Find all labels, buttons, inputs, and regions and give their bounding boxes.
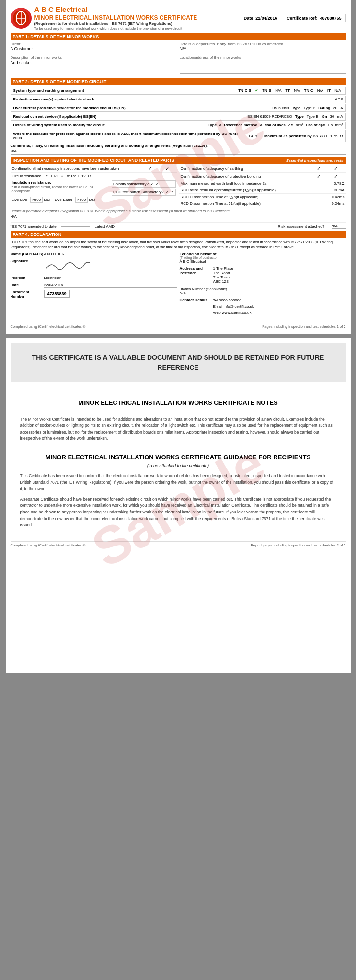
page2-footer: Completed using iCertifi electrical cert… bbox=[11, 541, 346, 547]
overcurrent-bs: BS 60898 bbox=[272, 106, 289, 110]
sign-date-value: 22/04/2016 bbox=[44, 283, 177, 288]
protective-row: Protective measure(s) against electric s… bbox=[11, 96, 346, 103]
max-zs-unit: Ω bbox=[340, 134, 343, 138]
essential-label: Essential inspections and tests bbox=[286, 158, 343, 163]
wiring-cpc-val: 1.5 bbox=[327, 123, 333, 127]
confirm-earthing-v1: ✓ bbox=[310, 166, 327, 171]
location-value bbox=[180, 60, 346, 74]
departures-block: Details of departures, if any, from BS 7… bbox=[180, 42, 346, 53]
oc-type-val: Type B bbox=[303, 106, 315, 110]
contact-details: Tel 0000 000000 Email info@icertifi.co.u… bbox=[213, 298, 346, 316]
position-value: Electrician bbox=[44, 276, 177, 280]
cert-ref-value: 467888755 bbox=[320, 16, 341, 21]
company-logo bbox=[11, 8, 32, 29]
signature-image bbox=[44, 259, 92, 273]
cert-note: To be used only for minor electrical wor… bbox=[34, 26, 197, 31]
max-zs-meas-row: Maximum measured earth fault loop impeda… bbox=[179, 180, 346, 187]
circuit-resist-row: Circuit resistance R1 + R2 Ω or R2 0.12 … bbox=[11, 173, 177, 179]
rcd-disc-51-val: 0.24 bbox=[332, 201, 339, 206]
latest-amd-label: Latest AMD bbox=[95, 224, 115, 229]
risk-label: Risk assessment attached? bbox=[278, 224, 325, 229]
notes-body: The Minor Works Certificate is intended … bbox=[20, 416, 336, 442]
rcd-disc-1-val: 0.42 bbox=[332, 195, 339, 199]
tncs-label: TN-C-S bbox=[238, 89, 251, 93]
rcd-label: Residual current device (if applicable) … bbox=[13, 114, 245, 119]
page1: Sample A B C Electrical MINOR ELECTRICAL… bbox=[6, 0, 351, 334]
rcd-rated-val: 30 bbox=[334, 188, 339, 192]
rcd-rated-unit: mA bbox=[339, 188, 345, 192]
tns-label: TN-S bbox=[262, 89, 271, 93]
rcd-test-v1: ✓ bbox=[166, 190, 169, 194]
branch-label: Branch Number (if applicable) bbox=[180, 287, 227, 291]
footer-left: Completed using iCertifi electrical cert… bbox=[11, 324, 86, 329]
cert-ref-block: Certificate Ref: 467888755 bbox=[287, 16, 341, 21]
r1r2-label: R1 + R2 bbox=[45, 174, 59, 178]
notes-section: MINOR ELECTRICAL INSTALLATION WORKS CERT… bbox=[11, 390, 346, 537]
max-zs-meas-label: Maximum measured earth fault loop impeda… bbox=[181, 181, 332, 186]
protective-value: ADS bbox=[335, 97, 343, 101]
bs-amended-val bbox=[61, 226, 90, 227]
tel-value: 0000 000000 bbox=[219, 298, 241, 302]
behalf-row: For and on behalf of (Trading title of c… bbox=[180, 252, 346, 264]
guidance-para2: A separate Certificate should have been … bbox=[20, 496, 336, 529]
sig-row: Signature bbox=[11, 259, 177, 273]
live-earth-val: >500 bbox=[75, 197, 88, 203]
web-label: Web bbox=[213, 311, 221, 315]
location-label: Location/address of the minor works bbox=[180, 56, 346, 60]
behalf-sub: (Trading title of contractor) bbox=[180, 256, 346, 259]
confirm-inspect-label: Confirmation that necessary inspections … bbox=[12, 167, 141, 171]
rcd-disc-51-unit: ms bbox=[339, 201, 345, 206]
position-row: Position Electrician bbox=[11, 276, 177, 280]
insulation-sub: * In a multi-phase circuit, record the l… bbox=[12, 185, 93, 193]
departures-label: Details of departures, if any, from BS 7… bbox=[180, 42, 346, 46]
tnc-label: TN-C bbox=[304, 89, 313, 93]
guidance-sub: (to be attached to the certificate) bbox=[20, 463, 336, 468]
protection-val: 0.4 bbox=[248, 134, 253, 138]
or-r2-val: 0.12 bbox=[78, 174, 86, 178]
live-earth-unit: MΩ bbox=[89, 198, 95, 202]
protection-label: Where the measure for protection against… bbox=[13, 132, 245, 140]
description-label: Description of the minor works bbox=[11, 56, 177, 60]
earthing-row: System type and earthing arrangement TN-… bbox=[11, 87, 346, 95]
part1-header: PART 1: DETAILS OF THE MINOR WORKS bbox=[11, 33, 346, 40]
date-label: Date bbox=[244, 16, 253, 21]
sign-grid: Name (CAPITALS) A N OTHER Signature Posi… bbox=[11, 252, 346, 318]
rcd-rated-row: RCD rated residual operatingcurrent (1△n… bbox=[179, 187, 346, 194]
name-value: A N OTHER bbox=[44, 252, 177, 256]
wiring-csa-label: csa of lives bbox=[265, 123, 286, 127]
wiring-csa-val: 2.5 bbox=[288, 123, 293, 127]
branch-row: Branch Number (if applicable) N/A bbox=[180, 287, 346, 295]
enrolment-value: 47383839 bbox=[44, 290, 70, 298]
protection-s: s bbox=[255, 134, 257, 138]
r1r2-unit: Ω bbox=[61, 174, 64, 178]
inspect-right: Confirmation of adequacy of earthing ✓ ✓… bbox=[179, 165, 346, 207]
confirm-bonding-v2: ✓ bbox=[327, 174, 345, 179]
location-block: Location/address of the minor works bbox=[180, 56, 346, 74]
rcd-test-label: RCD test button Satisfactory? bbox=[113, 190, 163, 194]
footer2-right: Report pages including inspection and te… bbox=[251, 543, 345, 547]
tt-val: N/A bbox=[294, 89, 300, 93]
inspect-left: Confirmation that necessary inspections … bbox=[11, 165, 177, 207]
contact-label: Contact Details bbox=[180, 298, 213, 302]
bs-amended-label: *BS 7671 amended to date bbox=[11, 224, 57, 229]
page2: Sample THIS CERTIFICATE IS A VALUABLE DO… bbox=[6, 338, 351, 673]
client-label: Client: bbox=[11, 42, 177, 46]
oc-rating-val: 20 bbox=[333, 106, 337, 110]
insulation-label: Insulation resistance: bbox=[12, 180, 51, 185]
live-earth-label: Live-Earth bbox=[55, 198, 72, 202]
circuit-resist-label: Circuit resistance bbox=[12, 174, 41, 178]
risk-val: N/A bbox=[332, 224, 346, 229]
it-val: N/A bbox=[334, 89, 341, 93]
email-label: Email bbox=[213, 304, 223, 309]
cert-ref-label: Certificate Ref: bbox=[287, 16, 317, 21]
sign-date-label: Date bbox=[11, 283, 44, 288]
tel-label: Tel bbox=[213, 298, 218, 302]
company-name-block: A B C Electrical MINOR ELECTRICAL INSTAL… bbox=[34, 5, 197, 31]
address-label: Address and Postcode bbox=[180, 267, 213, 275]
rcd-row: Residual current device (if applicable) … bbox=[11, 113, 346, 121]
live-live-unit: MΩ bbox=[44, 198, 50, 202]
confirm-earthing-label: Confirmation of adequacy of earthing bbox=[181, 167, 310, 171]
live-live-label: Live-Live bbox=[12, 198, 27, 202]
polarity-v1: ✓ bbox=[150, 182, 154, 186]
name-row: Name (CAPITALS) A N OTHER bbox=[11, 252, 177, 256]
